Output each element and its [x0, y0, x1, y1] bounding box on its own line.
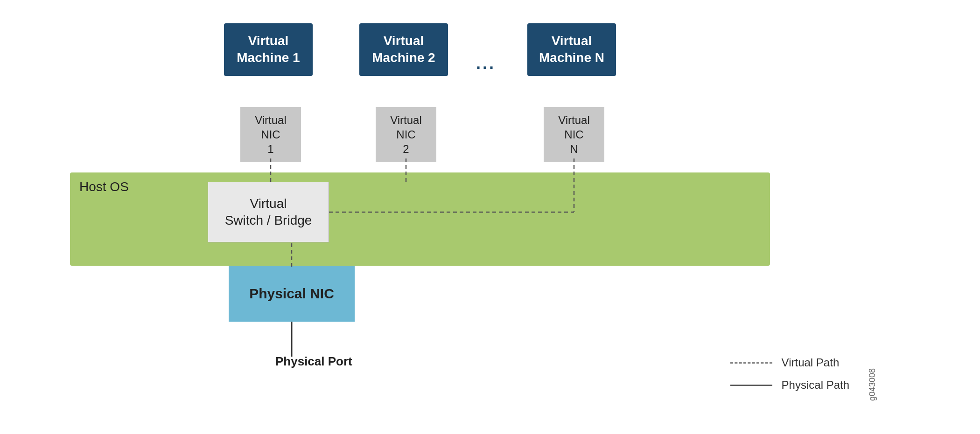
virtual-machine-n: Virtual Machine N: [527, 23, 616, 76]
physical-port-label: Physical Port: [275, 354, 352, 369]
legend-physical-path: Physical Path: [730, 379, 849, 392]
watermark: g043008: [868, 368, 877, 401]
legend-virtual-path-label: Virtual Path: [782, 356, 840, 369]
legend: Virtual Path Physical Path: [730, 356, 849, 392]
vm2-label: Virtual Machine 2: [372, 34, 435, 65]
virtual-nic-n: VirtualNICN: [544, 107, 604, 162]
virtual-nic-1: VirtualNIC1: [240, 107, 301, 162]
legend-dashed-line-icon: [730, 362, 772, 364]
virtual-switch-bridge: VirtualSwitch / Bridge: [208, 182, 329, 242]
legend-virtual-path: Virtual Path: [730, 356, 849, 369]
vm1-label: Virtual Machine 1: [237, 34, 300, 65]
vnicN-label: VirtualNICN: [558, 114, 590, 155]
vnic2-label: VirtualNIC2: [390, 114, 422, 155]
virtual-machine-1: Virtual Machine 1: [224, 23, 313, 76]
vnic1-label: VirtualNIC1: [255, 114, 287, 155]
ellipsis-separator: ...: [476, 54, 496, 73]
host-os-area: [70, 172, 770, 266]
physical-nic: Physical NIC: [229, 266, 355, 322]
virtual-machine-2: Virtual Machine 2: [359, 23, 448, 76]
virtual-nic-2: VirtualNIC2: [376, 107, 436, 162]
vmN-label: Virtual Machine N: [539, 34, 604, 65]
pnic-label: Physical NIC: [249, 286, 334, 302]
legend-physical-path-label: Physical Path: [782, 379, 849, 392]
legend-solid-line-icon: [730, 385, 772, 386]
host-os-label: Host OS: [79, 179, 129, 194]
vsb-label: VirtualSwitch / Bridge: [225, 195, 312, 229]
